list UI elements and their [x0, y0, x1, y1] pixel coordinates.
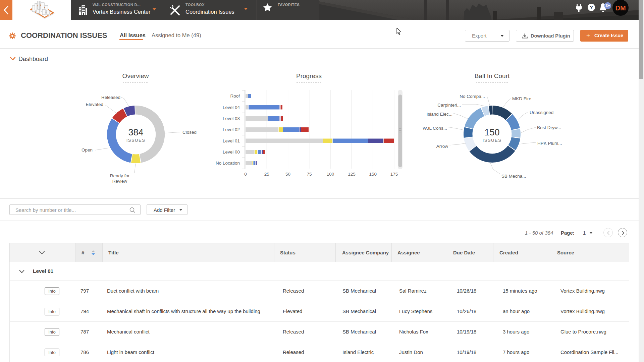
svg-text:SB Mecha...: SB Mecha... [501, 174, 526, 179]
svg-text:Arrow: Arrow [436, 144, 448, 149]
svg-text:3+: 3+ [605, 3, 610, 8]
svg-text:Level 03: Level 03 [223, 116, 240, 121]
svg-text:Carpinteri...: Carpinteri... [437, 103, 461, 108]
svg-text:WJL Cons...: WJL Cons... [423, 126, 447, 131]
svg-text:Ball In Court: Ball In Court [475, 72, 510, 79]
svg-text:HPK Plum...: HPK Plum... [537, 141, 562, 146]
svg-text:Elevated: Elevated [86, 102, 103, 107]
svg-text:75: 75 [307, 172, 312, 177]
svg-text:0: 0 [244, 172, 247, 177]
svg-text:Closed: Closed [182, 130, 197, 135]
svg-text:Review: Review [112, 179, 127, 184]
svg-text:Released: Released [101, 95, 120, 100]
svg-text:ISSUES: ISSUES [126, 138, 146, 143]
svg-text:125: 125 [348, 172, 356, 177]
svg-text:100: 100 [327, 172, 334, 177]
svg-text:No Location: No Location [216, 161, 240, 166]
svg-text:25: 25 [264, 172, 269, 177]
svg-text:Unassigned: Unassigned [530, 110, 553, 115]
svg-text:DM: DM [615, 4, 626, 12]
svg-text:Level 02: Level 02 [223, 127, 240, 132]
svg-text:ISSUES: ISSUES [483, 138, 502, 143]
svg-text:MKD Fire: MKD Fire [512, 96, 531, 101]
svg-text:Level 01: Level 01 [223, 138, 240, 143]
svg-text:Open: Open [82, 147, 93, 153]
svg-text:Roof: Roof [230, 94, 240, 99]
svg-text:No Compa...: No Compa... [460, 94, 485, 99]
svg-text:150: 150 [484, 127, 499, 137]
svg-text:384: 384 [128, 127, 143, 137]
svg-text:150: 150 [369, 172, 377, 177]
svg-text:Level 00: Level 00 [223, 149, 240, 155]
svg-text:Best Dryw...: Best Dryw... [537, 125, 561, 130]
svg-text:Progress: Progress [296, 72, 322, 79]
svg-text:Level 04: Level 04 [223, 105, 240, 110]
svg-text:Island Elec...: Island Elec... [427, 112, 452, 117]
svg-text:?: ? [590, 4, 593, 10]
svg-text:175: 175 [390, 172, 398, 177]
svg-text:50: 50 [285, 172, 290, 177]
svg-text:Overview: Overview [122, 72, 149, 79]
svg-text:Ready for: Ready for [110, 173, 130, 178]
